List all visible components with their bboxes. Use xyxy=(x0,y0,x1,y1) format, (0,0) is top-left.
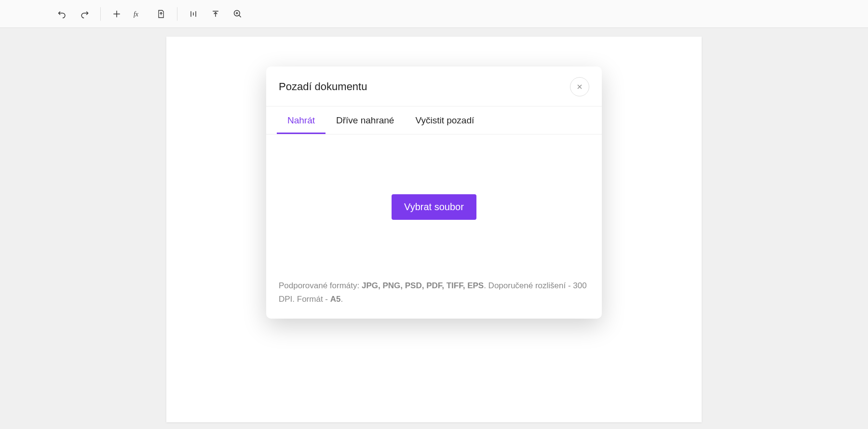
select-file-button[interactable]: Vybrat soubor xyxy=(392,194,476,220)
export-button[interactable] xyxy=(152,5,170,23)
toolbar-divider xyxy=(100,7,101,21)
redo-button[interactable] xyxy=(75,5,94,23)
footer-prefix: Podporované formáty: xyxy=(279,281,362,290)
modal-title: Pozadí dokumentu xyxy=(279,80,367,93)
footer-size: A5 xyxy=(330,295,341,304)
modal-header: Pozadí dokumentu xyxy=(266,67,602,107)
footer-suffix: . xyxy=(340,295,343,304)
align-top-icon xyxy=(211,9,220,19)
page-arrow-icon xyxy=(156,9,166,19)
tab-previous[interactable]: Dříve nahrané xyxy=(326,107,405,134)
close-icon xyxy=(576,83,583,91)
zoom-in-icon xyxy=(233,9,243,19)
svg-text:fx: fx xyxy=(134,10,138,17)
footer-formats: JPG, PNG, PSD, PDF, TIFF, EPS xyxy=(362,281,484,290)
zoom-button[interactable] xyxy=(229,5,247,23)
modal-footer-text: Podporované formáty: JPG, PNG, PSD, PDF,… xyxy=(266,279,602,319)
undo-button[interactable] xyxy=(53,5,71,23)
tab-upload[interactable]: Nahrát xyxy=(277,107,326,134)
modal-tabs: Nahrát Dříve nahrané Vyčistit pozadí xyxy=(266,107,602,134)
align-top-button[interactable] xyxy=(206,5,225,23)
formula-button[interactable]: fx xyxy=(130,5,148,23)
toolbar: fx xyxy=(0,0,868,28)
plus-icon xyxy=(112,9,122,19)
align-horizontal-icon xyxy=(189,9,198,19)
fx-icon: fx xyxy=(134,9,144,19)
add-button[interactable] xyxy=(108,5,126,23)
close-button[interactable] xyxy=(570,77,589,96)
background-modal: Pozadí dokumentu Nahrát Dříve nahrané Vy… xyxy=(266,67,602,319)
tab-clear[interactable]: Vyčistit pozadí xyxy=(405,107,485,134)
toolbar-divider xyxy=(177,7,177,21)
modal-body: Vybrat soubor xyxy=(266,134,602,279)
redo-icon xyxy=(80,9,89,19)
undo-icon xyxy=(57,9,67,19)
align-button[interactable] xyxy=(184,5,203,23)
